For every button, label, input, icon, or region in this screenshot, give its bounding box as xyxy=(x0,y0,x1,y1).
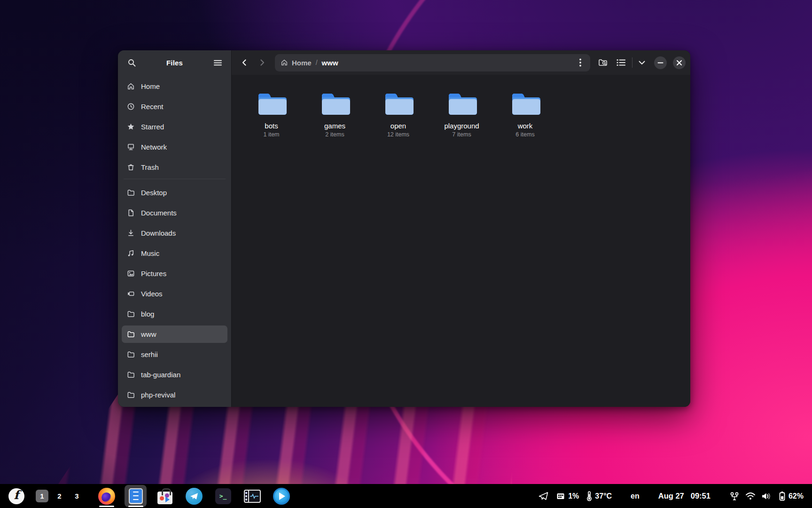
firefox-running-indicator xyxy=(99,506,114,507)
picture-icon xyxy=(127,270,135,278)
breadcrumb-home[interactable]: Home xyxy=(281,59,312,67)
folder-icon xyxy=(127,189,135,197)
fedora-menu-button[interactable]: f xyxy=(8,487,25,505)
sidebar-item-php-revival[interactable]: php-revival xyxy=(122,386,227,404)
workspace-switcher: 1 2 3 xyxy=(36,490,83,502)
sidebar-item-recent[interactable]: Recent xyxy=(122,98,227,115)
sidebar-item-music[interactable]: Music xyxy=(122,245,227,262)
tray-volume[interactable] xyxy=(761,492,771,500)
workspace-1[interactable]: 1 xyxy=(36,490,48,502)
sidebar-item-tab-guardian[interactable]: tab-guardian xyxy=(122,366,227,383)
sidebar-item-label: Recent xyxy=(141,103,164,111)
dock-item-system-monitor[interactable] xyxy=(241,485,263,507)
sidebar-item-trash[interactable]: Trash xyxy=(122,159,227,176)
folder-blue-icon xyxy=(447,91,477,117)
memory-value: 1% xyxy=(568,492,579,500)
folder-icon xyxy=(127,371,135,379)
tray-battery[interactable]: 62% xyxy=(779,491,804,501)
dock-item-media-player[interactable] xyxy=(270,485,292,507)
folder-item-bots[interactable]: bots 1 item xyxy=(243,88,300,141)
sidebar-item-home[interactable]: Home xyxy=(122,78,227,95)
folder-menu-button[interactable] xyxy=(573,56,587,70)
minimize-button[interactable] xyxy=(654,56,667,69)
taskbar-right: 1% 37°C en Aug 27 09:51 xyxy=(539,491,812,501)
breadcrumb-current[interactable]: www xyxy=(322,59,338,67)
media-player-icon xyxy=(273,488,290,505)
back-button[interactable] xyxy=(236,55,252,71)
dock-item-software[interactable] xyxy=(154,485,176,507)
clock[interactable]: Aug 27 09:51 xyxy=(658,492,710,500)
dock-item-firefox[interactable] xyxy=(95,485,117,507)
path-bar[interactable]: Home / www xyxy=(275,54,590,71)
sidebar-item-desktop[interactable]: Desktop xyxy=(122,184,227,201)
sidebar-item-videos[interactable]: Videos xyxy=(122,285,227,302)
breadcrumb-separator: / xyxy=(316,59,318,66)
sidebar-item-pictures[interactable]: Pictures xyxy=(122,265,227,282)
view-options-dropdown[interactable] xyxy=(636,55,648,71)
folder-name: playground xyxy=(444,122,479,130)
workspace-2[interactable]: 2 xyxy=(53,490,66,502)
breadcrumb-root-label: Home xyxy=(292,59,312,67)
home-icon xyxy=(127,82,135,90)
chevron-down-icon xyxy=(639,61,645,65)
kebab-menu-icon xyxy=(579,58,581,67)
video-icon xyxy=(127,290,135,298)
star-icon xyxy=(127,123,135,131)
folder-item-games[interactable]: games 2 items xyxy=(306,88,363,141)
search-icon xyxy=(128,59,136,67)
folder-icon xyxy=(127,330,135,338)
keyboard-layout-indicator[interactable]: en xyxy=(631,492,640,500)
close-button[interactable] xyxy=(673,56,686,69)
network-icon xyxy=(127,143,135,151)
sidebar-divider xyxy=(124,179,226,179)
sidebar-item-label: Starred xyxy=(141,123,164,131)
sidebar-item-documents[interactable]: Documents xyxy=(122,204,227,222)
folder-count: 1 item xyxy=(263,131,279,138)
system-monitor-icon xyxy=(244,490,261,503)
volume-icon xyxy=(761,492,771,500)
tray-telegram[interactable] xyxy=(539,492,548,500)
sidebar-item-serhii[interactable]: serhii xyxy=(122,346,227,363)
sidebar-item-network[interactable]: Network xyxy=(122,138,227,156)
forward-button[interactable] xyxy=(254,55,270,71)
folder-blue-icon xyxy=(257,91,287,117)
temperature-value: 37°C xyxy=(595,492,612,500)
close-icon xyxy=(677,60,682,65)
folder-item-open[interactable]: open 12 items xyxy=(370,88,427,141)
folder-item-playground[interactable]: playground 7 items xyxy=(433,88,490,141)
back-icon xyxy=(240,58,249,67)
search-button[interactable] xyxy=(124,55,140,71)
tray-wifi[interactable] xyxy=(745,492,756,500)
search-in-folder-button[interactable] xyxy=(595,55,611,71)
folder-count: 2 items xyxy=(325,131,344,138)
recent-icon xyxy=(127,103,135,111)
document-icon xyxy=(127,209,135,217)
main-menu-button[interactable] xyxy=(210,55,226,71)
tray-network[interactable] xyxy=(729,492,740,501)
forward-icon xyxy=(258,58,266,67)
keyboard-layout-value: en xyxy=(631,492,640,500)
sidebar-item-starred[interactable]: Starred xyxy=(122,118,227,135)
main-pane: Home / www xyxy=(232,50,690,407)
headerbar: Home / www xyxy=(232,50,690,75)
dock-item-files[interactable] xyxy=(125,485,147,507)
desktop: Files Home Recent Starred xyxy=(0,0,812,508)
software-store-icon xyxy=(157,492,172,504)
folder-icon xyxy=(127,310,135,318)
app-title: Files xyxy=(166,59,183,67)
minimize-icon xyxy=(658,62,663,64)
view-separator xyxy=(632,57,632,68)
dock-item-telegram[interactable] xyxy=(183,485,205,507)
dock-item-terminal[interactable]: >_ xyxy=(212,485,234,507)
sidebar-item-label: Downloads xyxy=(141,229,176,237)
clock-date: Aug 27 xyxy=(658,492,684,500)
folder-blue-icon xyxy=(510,91,540,117)
tray-temperature[interactable]: 37°C xyxy=(586,491,612,501)
list-view-button[interactable] xyxy=(613,55,629,71)
tray-memory[interactable]: 1% xyxy=(556,492,579,500)
workspace-3[interactable]: 3 xyxy=(70,490,83,502)
sidebar-item-www[interactable]: www xyxy=(122,325,227,343)
folder-item-work[interactable]: work 6 items xyxy=(497,88,554,141)
sidebar-item-downloads[interactable]: Downloads xyxy=(122,224,227,242)
sidebar-item-blog[interactable]: blog xyxy=(122,305,227,323)
